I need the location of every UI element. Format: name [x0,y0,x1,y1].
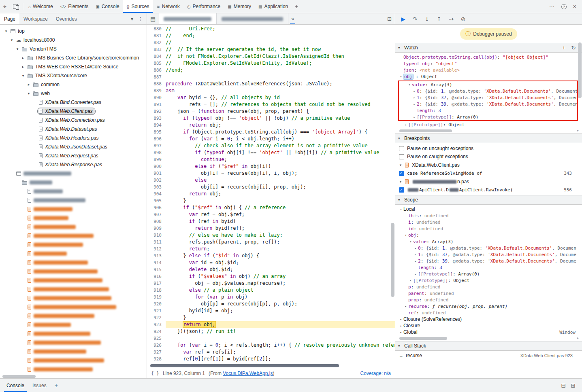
device-toolbar-icon[interactable] [10,0,21,13]
code-text[interactable]: for (var i = 0; i < obj.length; i++) [166,136,395,142]
line-number[interactable]: 885 [147,60,166,67]
tree-item-redacted[interactable] [0,311,147,320]
code-text[interactable]: refs.push([parent, prop, ref]); [166,239,395,246]
drawer-tab-issues[interactable]: Issues [28,379,51,392]
tree-item-redacted[interactable] [0,240,147,249]
code-text[interactable]: if (typeof obj[i] !== 'object' || !obj[i… [166,149,395,156]
code-text[interactable]: // Uri.Free; [166,25,395,32]
navigator-tab-page[interactable]: Page [0,13,19,24]
tree-item-redacted[interactable] [0,356,147,365]
line-number[interactable]: 923 [147,321,166,328]
code-text[interactable]: if ("$values" in obj) // an array [166,273,395,280]
code-text[interactable]: return obj; [166,191,395,197]
coverage-link[interactable]: Coverage: n/a [360,371,391,376]
tab-sources[interactable]: {}Sources [123,0,153,13]
tab-network[interactable]: ≋Network [153,0,183,13]
line-number[interactable]: 922 [147,314,166,321]
tree-item-redacted[interactable] [0,222,147,231]
variable-row[interactable]: p: undefined [395,284,582,290]
close-devtools-icon[interactable]: × [570,0,580,13]
variable-row[interactable]: ▸recurse: ƒ recurse(obj, prop, parent) [395,303,582,309]
variable-row[interactable]: ▸2: {$id: 39, @xdata.type: 'XData.Defaul… [399,101,577,107]
variable-row[interactable]: typeof obj: "object" [395,60,582,67]
breakpoint-file-group[interactable]: ▾n.pas [395,177,582,186]
more-tabs-button[interactable]: + [292,0,301,13]
chevron-down-icon[interactable]: ▾ [129,16,135,22]
breakpoint-toggle[interactable]: Pause on uncaught exceptions [395,144,582,153]
code-text[interactable]: // // If the server generates the id, th… [166,46,395,53]
line-number[interactable]: 927 [147,349,166,356]
line-number[interactable]: 888 [147,81,166,87]
tree-item-redacted[interactable] [0,196,147,205]
tree-item[interactable]: XData.Web.Response.pas [0,160,147,169]
tree-item[interactable]: XData.Web.Request.pas [0,151,147,160]
code-text[interactable]: if ("$ref" in obj) { // a reference [166,204,395,211]
tree-item-redacted[interactable] [0,187,147,196]
checkbox[interactable] [399,146,404,151]
tree-item-redacted[interactable] [0,169,147,178]
line-number[interactable]: 920 [147,301,166,307]
tree-item[interactable]: XData.Web.JsonDataset.pas [0,142,147,151]
debugger-vertical-scrollbar[interactable] [578,42,582,98]
add-drawer-tab-button[interactable]: + [51,379,62,392]
variable-row[interactable]: ▾Local [395,206,582,212]
scope-section-header[interactable]: ▾ Scope [395,195,582,205]
variable-row[interactable]: ▾value: Array(3) [395,238,582,245]
variable-row[interactable]: ▸1: {$id: 37, @xdata.type: 'XData.Defaul… [399,94,577,101]
line-number[interactable]: 892 [147,108,166,115]
breakpoint-entry[interactable]: case ReferenceSolvingMode of343 [395,169,582,177]
code-text[interactable]: if (ref in byid) [166,218,395,225]
navigator-tab-workspace[interactable]: Workspace [19,13,52,24]
line-number[interactable]: 911 [147,239,166,246]
variable-row[interactable]: i: undefined [395,219,582,225]
tree-item-redacted[interactable] [0,214,147,222]
editor-horizontal-scrollbar[interactable] [147,363,395,368]
source-map-link[interactable]: Vocus.DiPa.WebApp.js [223,371,273,376]
breakpoint-entry[interactable]: ApiClient.DApiClient.RawInvoke(556 [395,186,582,194]
code-text[interactable]: return obj; [166,122,395,129]
line-number[interactable]: 882 [147,39,166,46]
line-number[interactable]: 913 [147,252,166,259]
tab-welcome[interactable]: ⌂Welcome [25,0,57,13]
variable-row[interactable]: ▸[[Prototype]]: Array(0) [395,271,582,277]
code-text[interactable] [166,74,395,81]
code-text[interactable]: //end; [166,67,395,74]
code-text[interactable]: for (var i = 0; i < refs.length; i++) { … [166,342,395,349]
variable-row[interactable]: ref: undefined [395,309,582,316]
tree-item[interactable]: XData.Web.Connection.pas [0,116,147,125]
resume-icon[interactable]: ▶ [401,16,405,22]
tree-item-redacted[interactable] [0,276,147,285]
tree-item-redacted[interactable] [0,249,147,258]
variable-row[interactable]: prop: undefined [395,297,582,303]
line-number[interactable]: 881 [147,32,166,39]
tree-item-selected[interactable]: XData.Web.Client.pas [0,107,147,116]
variable-row[interactable]: ▸0: {$id: 1, @xdata.type: 'XData.Default… [399,88,577,94]
tree-item[interactable]: ▾☁localhost:8000 [0,36,147,44]
line-number[interactable]: 905 [147,197,166,204]
variable-row[interactable]: length: 3 [399,107,577,114]
code-text[interactable]: delete obj.$id; [166,266,395,273]
line-number[interactable]: 921 [147,307,166,314]
navigator-tab-overrides[interactable]: Overrides [52,13,81,24]
line-number[interactable]: 924 [147,328,166,335]
line-number[interactable]: 895 [147,129,166,136]
variable-row[interactable]: parent: undefined [395,290,582,297]
variable-row[interactable]: id: undefined [395,225,582,232]
code-text[interactable]: obj[i] = recurse(obj[i], i, obj); [166,170,395,177]
code-text[interactable]: byid[id] = obj; [166,307,395,314]
line-number[interactable]: 901 [147,170,166,177]
tree-item[interactable]: ▾TMS XData/source/core [0,71,147,80]
scroll-right-icon[interactable]: ▸ [577,336,579,340]
tree-item[interactable]: ▸TMS Busines Core Library/source/core/co… [0,53,147,62]
more-options-icon[interactable]: ⋮ [136,16,145,22]
breakpoint-file-group[interactable]: ▾XData.Web.Client.pas [395,161,582,169]
scrollbar-thumb[interactable] [2,375,36,378]
line-number[interactable]: 884 [147,53,166,60]
scrollbar-thumb[interactable] [150,364,339,367]
code-text[interactable]: var ref = obj.$ref; [166,211,395,218]
scrollbar-thumb[interactable] [399,129,452,132]
tree-item-redacted[interactable] [0,320,147,329]
variable-row[interactable]: ▸Closure [395,322,582,329]
checkbox[interactable] [399,187,404,193]
variable-row[interactable]: ▾value: Array(3) [399,81,577,88]
